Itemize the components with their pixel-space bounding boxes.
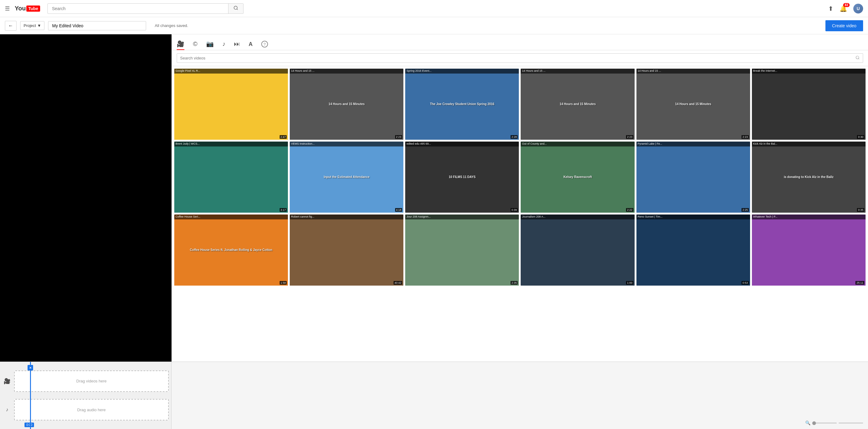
- create-video-button[interactable]: Create video: [826, 20, 863, 31]
- list-item[interactable]: 14 Hours and 15 Minutes14 Hours and 15 .…: [521, 69, 634, 140]
- video-duration: 0:35: [857, 208, 864, 212]
- video-title: Pyramid Lake | Fe...: [637, 142, 750, 147]
- text-icon: A: [249, 41, 253, 48]
- tab-photo[interactable]: 📷: [206, 40, 214, 50]
- saved-status: All changes saved.: [150, 23, 822, 28]
- user-avatar[interactable]: U: [853, 4, 863, 13]
- search-bar: [48, 3, 244, 14]
- video-duration: 2:23: [742, 135, 749, 139]
- video-title: 14 Hours and 15 ...: [637, 69, 750, 73]
- list-item[interactable]: 14 Hours and 15 Minutes14 Hours and 15 .…: [290, 69, 403, 140]
- video-camera-icon: 🎥: [177, 40, 184, 48]
- editor-toolbar: ← Project ▼ All changes saved. Create vi…: [0, 17, 868, 34]
- video-duration: 40:42: [394, 281, 402, 285]
- video-duration: 2:23: [395, 135, 402, 139]
- list-item[interactable]: Coffee House Series ft. Jonathan Rolling…: [174, 214, 288, 285]
- list-item[interactable]: Brent Judy | WCS...3:17: [174, 142, 288, 213]
- list-item[interactable]: Journalism 208 A...1:00: [521, 214, 634, 285]
- tab-video[interactable]: 🎥: [177, 40, 184, 50]
- video-title: 14 Hours and 15 ...: [290, 69, 403, 73]
- search-input[interactable]: [48, 4, 228, 13]
- youtube-logo[interactable]: You Tube: [15, 5, 40, 12]
- video-title: 14 Hours and 15 ...: [521, 69, 634, 73]
- video-title: Jour 208 Assignm...: [405, 214, 519, 219]
- top-navigation: ☰ You Tube ⬆ 🔔 83 U: [0, 0, 868, 17]
- list-item[interactable]: The Joe Crowley Student Union Spring 201…: [405, 69, 519, 140]
- video-title: Kick Alz in the Bal...: [752, 142, 866, 147]
- search-videos-bar: [177, 53, 863, 63]
- video-duration: 2:22: [626, 208, 633, 212]
- video-title: Brent Judy | WCS...: [174, 142, 288, 147]
- tab-help[interactable]: ?: [261, 41, 268, 50]
- svg-point-0: [234, 6, 237, 9]
- video-title: VEMS Instruction...: [290, 142, 403, 147]
- video-title: Journalism 208 A...: [521, 214, 634, 219]
- list-item[interactable]: 10 FILMS 11 DAYSedited edu 495 69...0:39: [405, 142, 519, 213]
- upload-icon[interactable]: ⬆: [828, 5, 833, 12]
- list-item[interactable]: Whatever Tech | P...25:11: [752, 214, 866, 285]
- media-toolbar: 🎥 © 📷 ♪ ⏭ A ?: [172, 34, 868, 50]
- video-duration: 4:18: [395, 208, 402, 212]
- video-duration: 3:17: [280, 208, 287, 212]
- video-title: Spring 2016 Event...: [405, 69, 519, 73]
- video-title: Google Pixel XL R...: [174, 69, 288, 73]
- tab-text[interactable]: A: [249, 41, 253, 50]
- video-duration: 2:28: [510, 135, 518, 139]
- video-duration: 1:58: [280, 281, 287, 285]
- tab-cc[interactable]: ©: [193, 40, 197, 50]
- svg-point-2: [856, 56, 859, 59]
- search-section: [172, 50, 868, 66]
- search-videos-input[interactable]: [180, 56, 853, 60]
- dropdown-arrow-icon: ▼: [37, 23, 41, 28]
- list-item[interactable]: is donating to Kick Alz in the BallzKick…: [752, 142, 866, 213]
- video-title: Coffee House Seri...: [174, 214, 288, 219]
- video-title: Break the Internet...: [752, 69, 866, 73]
- search-videos-icon: [856, 56, 860, 61]
- video-duration: 0:39: [510, 208, 518, 212]
- list-item[interactable]: Input the Estimated AttendanceVEMS Instr…: [290, 142, 403, 213]
- project-label: Project: [24, 23, 36, 28]
- video-title: edited edu 495 69...: [405, 142, 519, 147]
- search-button[interactable]: [228, 4, 243, 13]
- cc-icon: ©: [193, 40, 197, 48]
- video-title: Whatever Tech | P...: [752, 214, 866, 219]
- tab-transitions[interactable]: ⏭: [234, 40, 240, 50]
- video-duration: 2:25: [742, 208, 749, 212]
- video-duration: 25:11: [856, 281, 864, 285]
- preview-panel: [0, 34, 172, 362]
- video-duration: 0:30: [857, 135, 864, 139]
- video-duration: 1:00: [626, 281, 633, 285]
- list-item[interactable]: Jour 208 Assignm...2:35: [405, 214, 519, 285]
- project-dropdown[interactable]: Project ▼: [20, 21, 44, 30]
- video-title: Reno Sunset | Tim...: [637, 214, 750, 219]
- list-item[interactable]: Break the Internet...0:30: [752, 69, 866, 140]
- video-title: Out of County and...: [521, 142, 634, 147]
- video-duration: 2:23: [626, 135, 633, 139]
- video-grid: Google Pixel XL R...2:4714 Hours and 15 …: [172, 66, 868, 362]
- project-name-input[interactable]: [48, 21, 146, 30]
- list-item[interactable]: Reno Sunset | Tim...0:53: [637, 214, 750, 285]
- notifications-icon[interactable]: 🔔 83: [839, 5, 847, 12]
- notification-badge: 83: [843, 3, 849, 7]
- right-panel: 🎥 © 📷 ♪ ⏭ A ?: [172, 34, 868, 362]
- list-item[interactable]: Google Pixel XL R...2:47: [174, 69, 288, 140]
- video-duration: 2:35: [510, 281, 518, 285]
- video-duration: 2:47: [280, 135, 287, 139]
- menu-icon[interactable]: ☰: [5, 5, 10, 12]
- svg-line-3: [859, 59, 860, 59]
- tab-music[interactable]: ♪: [222, 40, 225, 50]
- back-button[interactable]: ←: [5, 21, 17, 31]
- nav-right: ⬆ 🔔 83 U: [828, 4, 863, 13]
- music-note-icon: ♪: [222, 40, 225, 48]
- list-item[interactable]: Robert cannot fig...40:42: [290, 214, 403, 285]
- transitions-icon: ⏭: [234, 40, 240, 48]
- video-duration: 0:53: [742, 281, 749, 285]
- video-title: Robert cannot fig...: [290, 214, 403, 219]
- camera-icon: 📷: [206, 40, 214, 48]
- list-item[interactable]: Pyramid Lake | Fe...2:25: [637, 142, 750, 213]
- list-item[interactable]: Kelsey RavenscroftOut of County and...2:…: [521, 142, 634, 213]
- help-icon: ?: [261, 41, 268, 48]
- video-preview: [0, 34, 172, 362]
- svg-line-1: [237, 9, 238, 10]
- list-item[interactable]: 14 Hours and 15 Minutes14 Hours and 15 .…: [637, 69, 750, 140]
